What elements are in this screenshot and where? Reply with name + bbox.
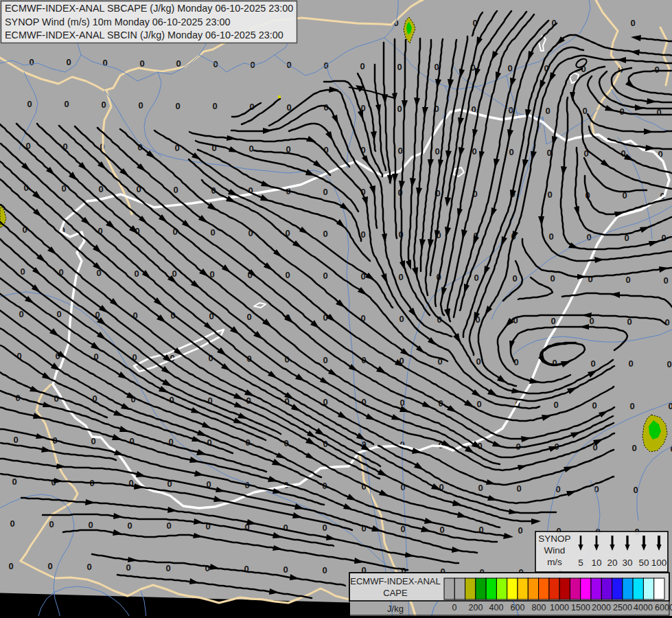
svg-text:0: 0 (632, 443, 636, 453)
svg-text:J/kg: J/kg (387, 604, 404, 614)
svg-text:0: 0 (283, 564, 288, 575)
svg-text:400: 400 (489, 603, 504, 613)
svg-text:0: 0 (553, 400, 558, 410)
svg-text:0: 0 (101, 100, 106, 110)
svg-text:0: 0 (654, 65, 659, 75)
svg-text:1000: 1000 (550, 603, 569, 613)
svg-text:0: 0 (630, 18, 635, 28)
svg-text:0: 0 (360, 61, 364, 71)
svg-text:Wind: Wind (544, 545, 566, 556)
svg-text:0: 0 (628, 358, 633, 369)
svg-text:0: 0 (134, 268, 139, 279)
svg-text:0: 0 (474, 273, 478, 283)
svg-text:0: 0 (664, 317, 669, 328)
svg-text:0: 0 (138, 100, 143, 111)
svg-text:0: 0 (478, 483, 483, 493)
svg-text:0: 0 (629, 401, 634, 411)
svg-text:0: 0 (207, 437, 211, 448)
svg-text:200: 200 (469, 603, 483, 613)
svg-text:SYNOP: SYNOP (538, 534, 570, 544)
svg-text:50: 50 (638, 558, 649, 568)
svg-text:0: 0 (248, 144, 253, 154)
svg-text:0: 0 (592, 400, 596, 411)
svg-text:0: 0 (548, 231, 553, 242)
svg-text:0: 0 (285, 270, 290, 280)
svg-text:0: 0 (66, 57, 71, 67)
svg-text:10: 10 (591, 558, 601, 568)
svg-text:800: 800 (532, 603, 546, 613)
svg-text:0: 0 (88, 520, 93, 530)
svg-text:0: 0 (56, 309, 61, 319)
svg-text:0: 0 (246, 312, 251, 322)
svg-text:0: 0 (397, 104, 402, 114)
svg-text:0: 0 (552, 358, 557, 368)
svg-text:0: 0 (322, 565, 327, 575)
svg-text:0: 0 (210, 227, 215, 238)
svg-text:2500: 2500 (613, 603, 632, 613)
svg-text:0: 0 (127, 520, 132, 531)
svg-text:0: 0 (512, 273, 517, 284)
svg-text:0: 0 (29, 57, 34, 67)
svg-text:0: 0 (586, 232, 591, 242)
svg-text:0: 0 (625, 275, 630, 285)
svg-text:ECMWF-INDEX-ANAL: ECMWF-INDEX-ANAL (350, 576, 440, 586)
svg-text:0: 0 (212, 101, 217, 111)
svg-text:0: 0 (398, 272, 403, 282)
svg-text:0: 0 (126, 562, 130, 573)
svg-text:0: 0 (323, 187, 327, 197)
svg-text:600: 600 (511, 603, 525, 613)
svg-text:0: 0 (518, 525, 522, 536)
svg-text:0: 0 (452, 603, 457, 613)
svg-text:SYNOP Wind (m/s) 10m Monday 06: SYNOP Wind (m/s) 10m Monday 06-10-2025 2… (5, 16, 230, 27)
svg-text:ECMWF-INDEX-ANAL SBCIN (J/kg): ECMWF-INDEX-ANAL SBCIN (J/kg) Monday 06-… (5, 30, 283, 41)
svg-text:0: 0 (397, 62, 402, 72)
svg-text:0: 0 (550, 273, 555, 284)
svg-text:m/s: m/s (547, 557, 562, 567)
svg-text:0: 0 (667, 359, 671, 369)
svg-text:0: 0 (12, 477, 16, 487)
svg-text:0: 0 (102, 58, 107, 68)
svg-text:0: 0 (323, 271, 327, 281)
svg-text:30: 30 (622, 558, 632, 568)
svg-text:0: 0 (173, 185, 178, 195)
svg-text:0: 0 (582, 106, 587, 116)
svg-text:1500: 1500 (571, 603, 590, 613)
svg-text:0: 0 (54, 393, 58, 404)
svg-text:0: 0 (13, 435, 18, 445)
svg-text:6000: 6000 (655, 603, 672, 613)
svg-text:0: 0 (545, 106, 550, 116)
svg-text:20: 20 (607, 558, 617, 568)
svg-text:100: 100 (651, 558, 667, 568)
svg-text:0: 0 (435, 146, 439, 157)
svg-text:0: 0 (8, 561, 13, 571)
svg-text:0: 0 (547, 190, 552, 200)
svg-text:CAPE: CAPE (383, 588, 408, 598)
svg-text:0: 0 (590, 358, 595, 369)
svg-text:0: 0 (47, 561, 52, 571)
svg-text:0: 0 (434, 62, 439, 72)
svg-text:0: 0 (139, 58, 144, 69)
svg-text:0: 0 (10, 518, 14, 529)
svg-text:0: 0 (49, 519, 54, 529)
svg-text:0: 0 (323, 355, 327, 365)
svg-text:0: 0 (476, 399, 481, 409)
svg-text:0: 0 (129, 436, 134, 446)
svg-text:0: 0 (323, 229, 327, 239)
svg-text:0: 0 (283, 523, 288, 533)
svg-text:0: 0 (175, 101, 180, 111)
svg-text:0: 0 (588, 274, 592, 284)
svg-text:0: 0 (166, 520, 171, 531)
svg-text:ECMWF-INDEX-ANAL SBCAPE (J/kg): ECMWF-INDEX-ANAL SBCAPE (J/kg) Monday 06… (5, 3, 293, 14)
svg-text:0: 0 (399, 314, 404, 324)
svg-text:0: 0 (64, 99, 69, 109)
svg-text:0: 0 (322, 523, 327, 533)
svg-text:0: 0 (516, 483, 521, 494)
svg-text:0: 0 (86, 562, 91, 572)
svg-text:0: 0 (286, 60, 291, 70)
svg-text:0: 0 (213, 59, 218, 69)
svg-text:0: 0 (165, 563, 170, 573)
svg-text:0: 0 (20, 266, 25, 277)
svg-text:2000: 2000 (592, 603, 611, 613)
svg-text:0: 0 (509, 147, 513, 157)
svg-text:0: 0 (27, 99, 32, 109)
